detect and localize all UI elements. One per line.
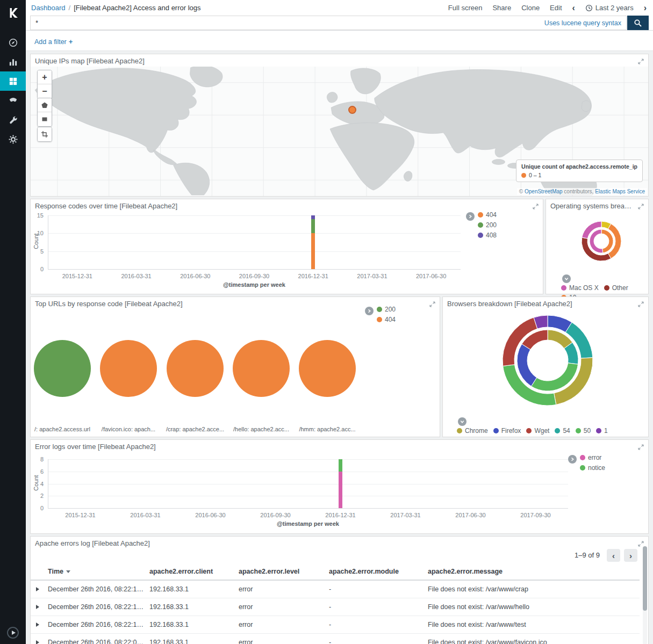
world-map[interactable]: + − Unique count of apache2.access.remot…	[31, 67, 648, 196]
legend-item-notice[interactable]: notice	[580, 464, 605, 472]
pie-chart[interactable]	[167, 340, 224, 397]
donut-segment[interactable]	[601, 229, 613, 253]
sidebar-item-dev-tools[interactable]	[0, 110, 26, 129]
expand-panel-icon[interactable]	[638, 300, 645, 307]
column-time[interactable]: Time	[48, 563, 149, 580]
share-button[interactable]: Share	[492, 4, 511, 12]
legend-label: 54	[563, 427, 570, 435]
cell-message: File does not exist: /var/www/test	[428, 616, 640, 634]
expand-panel-icon[interactable]	[638, 539, 645, 547]
legend-item-Chrome[interactable]: Chrome	[457, 427, 488, 435]
map-marker[interactable]	[348, 106, 356, 114]
timelion-icon	[8, 96, 18, 106]
cell-client: 192.168.33.1	[149, 580, 239, 598]
scrollbar-thumb[interactable]	[643, 546, 647, 611]
chevron-left-icon: ‹	[612, 551, 615, 560]
expand-panel-icon[interactable]	[638, 57, 645, 64]
map-zoom-out-button[interactable]: −	[38, 84, 52, 98]
dashboard-icon	[8, 76, 18, 86]
bar-segment-notice[interactable]	[339, 459, 342, 472]
page-previous-button[interactable]: ‹	[607, 549, 620, 562]
elastic-maps-service-link[interactable]: Elastic Maps Service	[595, 189, 645, 194]
bar-segment-error[interactable]	[339, 472, 342, 508]
legend-swatch	[580, 455, 585, 460]
time-picker-button[interactable]: Last 2 years	[585, 4, 634, 12]
table-header-row: Time apache2.error.client apache2.error.…	[31, 563, 640, 580]
legend-item-50[interactable]: 50	[576, 427, 591, 435]
map-draw-polygon-button[interactable]	[38, 98, 52, 112]
legend-toggle[interactable]	[365, 307, 374, 315]
legend-item-200[interactable]: 200	[377, 306, 396, 313]
page-next-button[interactable]: ›	[624, 549, 637, 562]
legend-swatch	[478, 212, 483, 218]
polygon-icon	[41, 102, 48, 109]
lucene-syntax-link[interactable]: Uses lucene query syntax	[544, 19, 621, 27]
cell-message: File does not exist: /var/www/crap	[428, 580, 640, 598]
donut-segment[interactable]	[590, 229, 603, 253]
legend-toggle[interactable]	[466, 212, 475, 221]
query-input[interactable]	[35, 19, 538, 27]
row-expand-button[interactable]	[31, 580, 48, 598]
add-filter-link[interactable]: Add a filter+	[34, 38, 73, 46]
legend-toggle[interactable]	[568, 455, 577, 464]
legend-item-error[interactable]: error	[580, 454, 605, 461]
legend-item-Other[interactable]: Other	[604, 284, 628, 292]
bar-segment-404[interactable]	[311, 233, 315, 269]
legend-item-404[interactable]: 404	[377, 316, 396, 323]
kibana-logo[interactable]	[0, 0, 26, 26]
pagination-label: 1–9 of 9	[575, 551, 600, 559]
pie-chart[interactable]	[100, 340, 157, 397]
map-draw-rectangle-button[interactable]	[38, 112, 52, 126]
sidebar-item-discover[interactable]	[0, 33, 26, 52]
edit-button[interactable]: Edit	[550, 4, 562, 12]
collapse-nav-button[interactable]	[7, 627, 19, 639]
scrollbar-track[interactable]	[643, 546, 647, 644]
errors-table: Time apache2.error.client apache2.error.…	[31, 563, 640, 644]
gridline	[48, 251, 461, 252]
bar-segment-200[interactable]	[311, 219, 315, 234]
legend-item-Wget[interactable]: Wget	[526, 427, 549, 435]
browsers-legend: ChromeFirefoxWget54501	[457, 427, 646, 435]
cell-client: 192.168.33.1	[149, 634, 239, 644]
legend-toggle[interactable]	[458, 417, 467, 426]
top-actions: Full screen Share Clone Edit ‹ Last 2 ye…	[448, 4, 647, 12]
y-axis-tick-label: 0	[28, 266, 44, 272]
pie-chart[interactable]	[299, 340, 356, 397]
legend-item-200[interactable]: 200	[478, 221, 497, 229]
map-fit-bounds-button[interactable]	[38, 127, 52, 141]
clone-button[interactable]: Clone	[521, 4, 540, 12]
legend: 404200408	[478, 211, 497, 242]
bar-segment-408[interactable]	[311, 215, 315, 219]
legend-label: Firefox	[501, 427, 521, 435]
time-back-button[interactable]: ‹	[572, 4, 575, 12]
pie-chart[interactable]	[233, 340, 290, 397]
map-fit-controls	[37, 127, 52, 142]
cell-level: error	[239, 598, 329, 616]
map-zoom-in-button[interactable]: +	[38, 70, 52, 84]
play-icon	[12, 631, 16, 635]
full-screen-button[interactable]: Full screen	[448, 4, 483, 12]
search-button[interactable]	[627, 16, 649, 30]
legend-item-Firefox[interactable]: Firefox	[493, 427, 521, 435]
row-expand-button[interactable]	[31, 616, 48, 634]
breadcrumb-dashboard-link[interactable]: Dashboard	[31, 4, 66, 12]
openstreetmap-link[interactable]: OpenStreetMap	[525, 189, 563, 194]
sidebar-item-visualize[interactable]	[0, 52, 26, 71]
time-forward-button[interactable]: ›	[644, 4, 647, 12]
gridline	[48, 233, 461, 234]
pie-chart[interactable]	[34, 340, 91, 397]
legend-item-1[interactable]: 1	[596, 427, 608, 435]
sidebar-item-dashboard[interactable]	[0, 71, 26, 91]
legend-item-54[interactable]: 54	[555, 427, 570, 435]
legend-swatch	[526, 428, 532, 433]
x-axis-tick-label: 2015-12-31	[56, 512, 105, 518]
legend-toggle[interactable]	[562, 274, 571, 283]
sidebar-item-management[interactable]	[0, 129, 26, 149]
sidebar-item-timelion[interactable]	[0, 91, 26, 110]
legend-item-404[interactable]: 404	[478, 211, 497, 219]
row-expand-button[interactable]	[31, 598, 48, 616]
row-expand-button[interactable]	[31, 634, 48, 644]
legend-item-Mac OS X[interactable]: Mac OS X	[561, 284, 599, 292]
legend-label: Chrome	[465, 427, 488, 435]
legend-item-408[interactable]: 408	[478, 231, 497, 239]
